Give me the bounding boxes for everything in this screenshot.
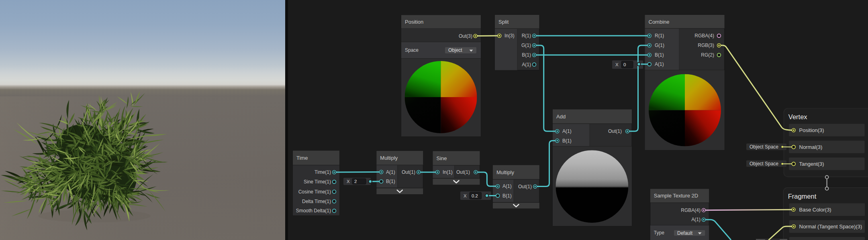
svg-text:0: 0 xyxy=(623,62,626,67)
svg-text:RGBA(4): RGBA(4) xyxy=(694,33,714,39)
svg-text:B(1): B(1) xyxy=(562,138,572,144)
svg-text:In(3): In(3) xyxy=(504,33,515,39)
svg-text:B(1): B(1) xyxy=(522,52,531,58)
svg-text:A(1): A(1) xyxy=(522,62,531,67)
svg-text:Object Space: Object Space xyxy=(750,161,778,167)
svg-text:Base Color(3): Base Color(3) xyxy=(799,207,831,213)
svg-text:B(1): B(1) xyxy=(655,52,664,58)
svg-text:X: X xyxy=(615,62,619,67)
svg-text:A(1): A(1) xyxy=(562,128,572,134)
svg-text:B(1): B(1) xyxy=(386,179,395,184)
svg-text:A(1): A(1) xyxy=(691,217,701,222)
svg-text:Smooth Delta(1): Smooth Delta(1) xyxy=(296,208,331,214)
svg-text:Multiply: Multiply xyxy=(380,155,398,161)
svg-text:A(1): A(1) xyxy=(655,61,664,67)
svg-text:RGBA(4): RGBA(4) xyxy=(681,207,701,213)
svg-text:R(1): R(1) xyxy=(655,33,664,39)
svg-text:Type: Type xyxy=(654,230,664,236)
svg-text:R(1): R(1) xyxy=(522,33,531,39)
svg-text:G(1): G(1) xyxy=(655,43,664,48)
svg-text:Combine: Combine xyxy=(649,19,670,25)
svg-text:Time: Time xyxy=(296,155,308,161)
svg-text:Space: Space xyxy=(405,47,419,53)
svg-text:Position(3): Position(3) xyxy=(799,127,824,133)
svg-text:Cosine Time(1): Cosine Time(1) xyxy=(298,189,331,195)
svg-text:Out(1): Out(1) xyxy=(518,184,532,189)
svg-text:Tangent(3): Tangent(3) xyxy=(799,161,824,167)
svg-text:A(1): A(1) xyxy=(502,183,512,189)
svg-text:Normal (Tangent Space)(3): Normal (Tangent Space)(3) xyxy=(799,224,862,230)
svg-text:Fragment: Fragment xyxy=(788,193,817,200)
svg-text:0.2: 0.2 xyxy=(472,193,478,198)
svg-text:Position: Position xyxy=(405,19,423,25)
svg-text:Delta Time(1): Delta Time(1) xyxy=(302,199,331,204)
svg-text:A(1): A(1) xyxy=(386,169,395,175)
svg-text:Multiply: Multiply xyxy=(496,169,515,175)
svg-text:B(1): B(1) xyxy=(502,193,512,199)
svg-text:Object: Object xyxy=(448,47,462,53)
svg-text:Default: Default xyxy=(677,230,693,236)
svg-text:Split: Split xyxy=(498,19,509,25)
svg-text:X: X xyxy=(464,193,467,198)
svg-text:RG(2): RG(2) xyxy=(701,52,714,58)
svg-text:Vertex: Vertex xyxy=(788,113,808,120)
svg-text:Time(1): Time(1) xyxy=(315,169,331,175)
svg-text:Normal(3): Normal(3) xyxy=(799,144,823,150)
svg-text:Sample Texture 2D: Sample Texture 2D xyxy=(654,193,698,199)
svg-text:Out(3): Out(3) xyxy=(459,33,472,39)
svg-text:G(1): G(1) xyxy=(521,43,531,48)
svg-text:Out(1): Out(1) xyxy=(456,169,470,175)
svg-text:Out(1): Out(1) xyxy=(402,169,415,175)
svg-text:Out(1): Out(1) xyxy=(608,128,622,134)
svg-text:RGB(3): RGB(3) xyxy=(698,43,714,48)
svg-text:Object Space: Object Space xyxy=(750,144,778,150)
svg-text:Sine Time(1): Sine Time(1) xyxy=(304,179,331,185)
svg-text:Add: Add xyxy=(556,114,566,120)
svg-text:Sine: Sine xyxy=(437,155,447,161)
svg-text:X: X xyxy=(347,179,350,184)
svg-text:In(1): In(1) xyxy=(443,169,453,175)
svg-text:2: 2 xyxy=(354,179,357,184)
